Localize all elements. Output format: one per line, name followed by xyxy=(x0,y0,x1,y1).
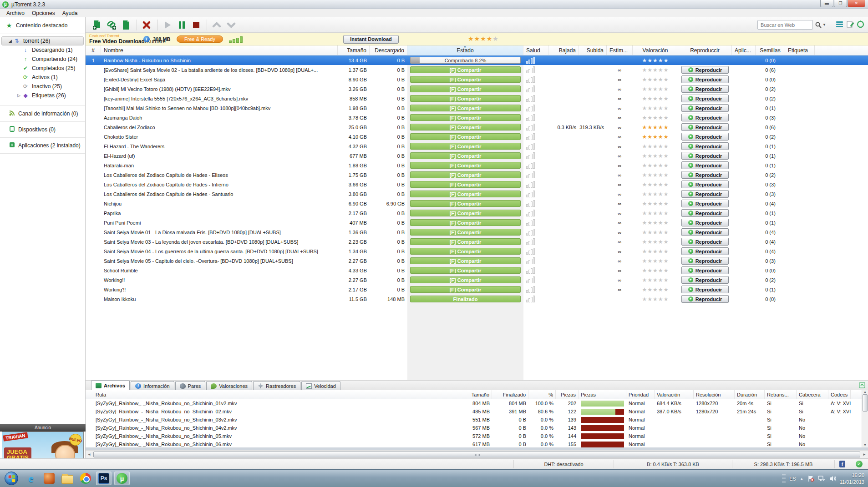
column-header-semillas[interactable]: Semillas xyxy=(756,45,785,55)
file-column-ruta-0[interactable]: Ruta xyxy=(86,390,469,399)
torrent-row[interactable]: Working!! 2.27 GB 0 B [F] Compartir ∞ ★★… xyxy=(86,275,868,285)
torrent-row[interactable]: [Tanoshii] Mai Mai Shinko to Sennen no M… xyxy=(86,103,868,113)
reproducir-button[interactable]: Reproducir xyxy=(681,219,729,226)
minimize-button[interactable]: ▬ xyxy=(820,0,833,7)
column-header-tama-o[interactable]: Tamaño xyxy=(338,45,370,55)
torrent-star-rating[interactable]: ★★★★★ xyxy=(633,65,678,75)
torrent-row[interactable]: El Hazard - The Wanderers 4.32 GB 0 B [F… xyxy=(86,141,868,151)
column-header-num[interactable]: # xyxy=(86,45,101,55)
sidebar-item-descargando-1[interactable]: ↓Descargando (1) xyxy=(0,45,85,55)
torrent-row[interactable]: [key-anime] Interstella 5555 [720x576_x2… xyxy=(86,94,868,103)
file-row[interactable]: [SyZyGy]_Rainbow_-_Nisha_Rokubou_no_Shic… xyxy=(86,407,868,416)
torrent-row[interactable]: Saint Seiya Movie 01 - La Diosa malvada … xyxy=(86,227,868,237)
column-header-bajada[interactable]: Bajada xyxy=(548,45,579,55)
reproducir-button[interactable]: Reproducir xyxy=(681,161,729,169)
scrollbar-thumb[interactable] xyxy=(93,452,860,457)
menu-archivo[interactable]: Archivo xyxy=(3,9,28,17)
reproducir-button[interactable]: Reproducir xyxy=(681,142,729,150)
torrent-star-rating[interactable]: ★★★★★ xyxy=(633,285,678,294)
torrent-row[interactable]: Los Caballeros del Zodiaco Capítulo de H… xyxy=(86,180,868,189)
torrent-star-rating[interactable]: ★★★★★ xyxy=(633,275,678,285)
file-column-retrans-10[interactable]: Retrans... xyxy=(765,390,797,399)
tray-expand-icon[interactable]: ▲ xyxy=(800,477,804,481)
file-vertical-scrollbar[interactable]: ▲ ▼ xyxy=(862,390,868,447)
torrent-star-rating[interactable]: ★★★★★ xyxy=(633,256,678,266)
start-button[interactable] xyxy=(5,472,18,485)
torrent-row[interactable]: Caballeros del Zodiaco 25.0 GB 0 B [F] C… xyxy=(86,122,868,132)
torrent-row[interactable]: Maison Ikkoku 11.5 GB 148 MB Finalizado … xyxy=(86,294,868,304)
volume-icon[interactable] xyxy=(829,475,836,482)
file-column-prioridad-6[interactable]: Prioridad xyxy=(626,390,655,399)
facebook-icon[interactable]: f xyxy=(834,460,850,468)
sidebar-item-torrent-26[interactable]: ◢ ⇅torrent (26) xyxy=(1,36,84,45)
expander-icon[interactable]: ▷ xyxy=(17,93,22,98)
torrent-star-rating[interactable]: ★★★★★ xyxy=(633,94,678,103)
torrent-row[interactable]: School Rumble 4.33 GB 0 B [F] Compartir … xyxy=(86,266,868,275)
reproducir-button[interactable]: Reproducir xyxy=(681,95,729,102)
torrent-star-rating[interactable]: ★★★★★ xyxy=(633,199,678,208)
featured-star-rating[interactable]: ★★★★★ xyxy=(468,35,499,42)
taskbar-folder-icon[interactable] xyxy=(60,472,75,485)
list-icon[interactable] xyxy=(836,20,843,29)
column-header-nombre[interactable]: Nombre xyxy=(101,45,338,55)
maximize-button[interactable]: ❐ xyxy=(834,0,847,7)
sidebar-item-activos-1[interactable]: ⟳Activos (1) xyxy=(0,73,85,82)
torrent-row[interactable]: Chokotto Sister 4.10 GB 0 B [F] Comparti… xyxy=(86,132,868,141)
torrent-star-rating[interactable]: ★★★★★ xyxy=(633,141,678,151)
move-down-button[interactable] xyxy=(224,19,238,31)
torrent-star-rating[interactable]: ★★★★★ xyxy=(633,180,678,189)
remote-icon[interactable] xyxy=(857,20,864,29)
reproducir-button[interactable]: Reproducir xyxy=(681,171,729,179)
clock[interactable]: 16:20 11/01/2013 xyxy=(840,472,864,486)
file-column--3[interactable]: % xyxy=(528,390,556,399)
reproducir-button[interactable]: Reproducir xyxy=(681,247,729,255)
stop-button[interactable] xyxy=(189,19,203,31)
sidebar-item-etiquetas-26[interactable]: ▷ ◆Etiquetas (26) xyxy=(0,91,85,100)
column-header-etiqueta[interactable]: Etiqueta xyxy=(785,45,815,55)
file-column-codecs-12[interactable]: Codecs xyxy=(828,390,851,399)
torrent-star-rating[interactable]: ★★★★★ xyxy=(633,113,678,122)
reproducir-button[interactable]: Reproducir xyxy=(681,190,729,198)
reproducir-button[interactable]: Reproducir xyxy=(681,75,729,83)
file-row[interactable]: [SyZyGy]_Rainbow_-_Nisha_Rokubou_no_Shic… xyxy=(86,424,868,432)
file-row[interactable]: [SyZyGy]_Rainbow_-_Nisha_Rokubou_no_Shic… xyxy=(86,416,868,424)
torrent-row[interactable]: [EvoShare] Saint Seiya Movie 02 - La bat… xyxy=(86,65,868,75)
column-header-estado[interactable]: ▼Estado xyxy=(407,45,523,55)
torrent-row[interactable]: Puni Puni Poemi 407 MB 0 B [F] Compartir… xyxy=(86,218,868,227)
torrent-row[interactable]: Nichijou 6.90 GB 6.90 GB [F] Compartir ∞… xyxy=(86,199,868,208)
remove-button[interactable] xyxy=(140,19,153,31)
reproducir-button[interactable]: Reproducir xyxy=(681,66,729,74)
torrent-row[interactable]: El-Hazard (uf) 677 MB 0 B [F] Compartir … xyxy=(86,151,868,161)
close-button[interactable]: ✕ xyxy=(848,0,865,7)
taskbar-ps-icon[interactable]: Ps xyxy=(96,472,112,485)
torrent-row[interactable]: Working'!! 2.17 GB 0 B [F] Compartir ∞ ★… xyxy=(86,285,868,294)
tab-valoraciones[interactable]: Valoraciones xyxy=(206,381,252,390)
file-row[interactable]: [SyZyGy]_Rainbow_-_Nisha_Rokubou_no_Shic… xyxy=(86,432,868,440)
torrent-star-rating[interactable]: ★★★★★ xyxy=(633,84,678,94)
reproducir-button[interactable]: Reproducir xyxy=(681,295,729,303)
reproducir-button[interactable]: Reproducir xyxy=(681,152,729,160)
torrent-star-rating[interactable]: ★★★★★ xyxy=(633,218,678,227)
column-header-salud[interactable]: Salud xyxy=(523,45,548,55)
add-link-button[interactable] xyxy=(105,19,118,31)
panel-toggle-icon[interactable] xyxy=(859,382,865,388)
reproducir-button[interactable]: Reproducir xyxy=(681,209,729,217)
taskbar-grip[interactable] xyxy=(782,473,786,484)
torrent-star-rating[interactable]: ★★★★★ xyxy=(633,55,678,65)
sidebar-item-contenido-destacado[interactable]: ★ Contenido destacado xyxy=(0,20,85,31)
torrent-row[interactable]: Los Caballeros del Zodiaco Capítulo de H… xyxy=(86,170,868,180)
scroll-down-icon[interactable]: ▼ xyxy=(862,443,868,447)
sidebar-item-aplicaciones-2-instalado[interactable]: Aplicaciones (2 instalado) xyxy=(0,140,85,151)
reproducir-button[interactable]: Reproducir xyxy=(681,181,729,188)
tab-pares[interactable]: Pares xyxy=(175,381,206,390)
column-header-estim[interactable]: Estim... xyxy=(607,45,633,55)
search-input[interactable] xyxy=(757,20,813,30)
torrent-star-rating[interactable]: ★★★★★ xyxy=(633,132,678,141)
free-ready-badge[interactable]: Free & Ready xyxy=(177,35,223,43)
info-icon[interactable]: i xyxy=(143,36,150,42)
compose-icon[interactable] xyxy=(846,20,854,29)
pause-button[interactable] xyxy=(175,19,188,31)
reproducir-button[interactable]: Reproducir xyxy=(681,276,729,284)
file-column-tama-o-1[interactable]: Tamaño xyxy=(469,390,492,399)
sidebar-item-completados-25[interactable]: ✔Completados (25) xyxy=(0,64,85,73)
